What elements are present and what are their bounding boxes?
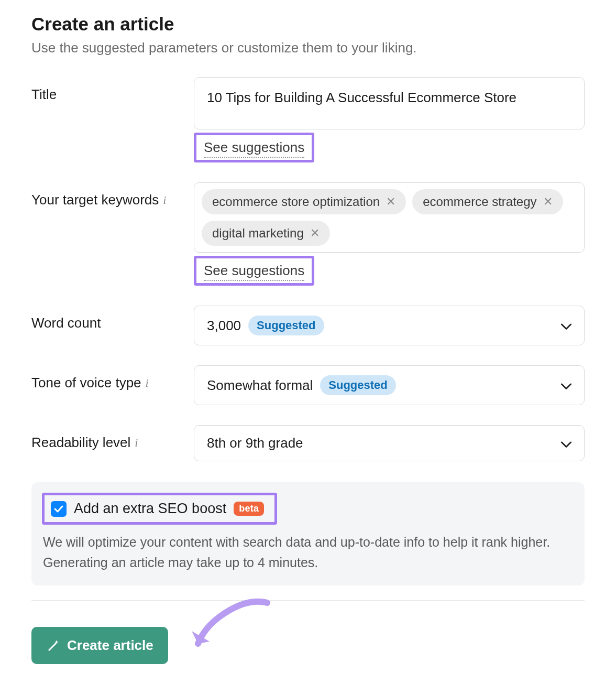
beta-badge: beta xyxy=(234,502,264,516)
tone-value: Somewhat formal xyxy=(207,377,313,394)
title-see-suggestions-link[interactable]: See suggestions xyxy=(204,139,304,158)
info-icon[interactable]: i xyxy=(163,193,166,207)
word-count-label: Word count xyxy=(31,315,101,331)
keywords-label: Your target keywords xyxy=(31,192,159,208)
title-input[interactable]: 10 Tips for Building A Successful Ecomme… xyxy=(194,77,585,129)
suggested-badge: Suggested xyxy=(320,375,395,395)
page-title: Create an article xyxy=(31,14,585,35)
seo-boost-panel: Add an extra SEO boost beta We will opti… xyxy=(31,482,585,585)
word-count-value: 3,000 xyxy=(207,318,241,334)
check-icon xyxy=(53,504,64,514)
keyword-chip: ecommerce store optimization ✕ xyxy=(202,189,406,214)
title-label: Title xyxy=(31,86,57,103)
suggested-badge: Suggested xyxy=(248,316,324,335)
create-article-button-label: Create article xyxy=(67,637,153,654)
keyword-chip-label: ecommerce strategy xyxy=(423,194,536,209)
readability-value: 8th or 9th grade xyxy=(207,435,303,451)
remove-keyword-icon[interactable]: ✕ xyxy=(310,227,320,239)
remove-keyword-icon[interactable]: ✕ xyxy=(543,196,553,208)
tone-select[interactable]: Somewhat formal Suggested xyxy=(194,365,585,405)
keyword-chip-label: ecommerce store optimization xyxy=(212,194,380,209)
readability-select[interactable]: 8th or 9th grade xyxy=(194,425,585,461)
seo-boost-description: We will optimize your content with searc… xyxy=(42,532,574,573)
info-icon[interactable]: i xyxy=(146,376,149,390)
page-subtitle: Use the suggested parameters or customiz… xyxy=(31,40,585,56)
readability-label: Readability level xyxy=(31,435,130,451)
magic-wand-icon xyxy=(46,638,60,652)
seo-boost-checkbox[interactable] xyxy=(51,501,67,517)
remove-keyword-icon[interactable]: ✕ xyxy=(386,196,395,208)
chevron-down-icon xyxy=(561,318,571,334)
annotation-arrow-icon xyxy=(189,598,272,655)
tone-label: Tone of voice type xyxy=(31,375,141,391)
info-icon[interactable]: i xyxy=(135,436,138,450)
seo-boost-label: Add an extra SEO boost xyxy=(74,501,226,517)
keyword-chip: digital marketing ✕ xyxy=(202,221,330,246)
create-article-button[interactable]: Create article xyxy=(31,627,168,664)
keyword-chip: ecommerce strategy ✕ xyxy=(412,189,563,214)
keywords-input[interactable]: ecommerce store optimization ✕ ecommerce… xyxy=(194,182,585,253)
word-count-select[interactable]: 3,000 Suggested xyxy=(194,306,585,345)
chevron-down-icon xyxy=(561,377,571,394)
keywords-see-suggestions-link[interactable]: See suggestions xyxy=(204,263,304,281)
keyword-chip-label: digital marketing xyxy=(212,226,304,241)
chevron-down-icon xyxy=(561,435,571,451)
